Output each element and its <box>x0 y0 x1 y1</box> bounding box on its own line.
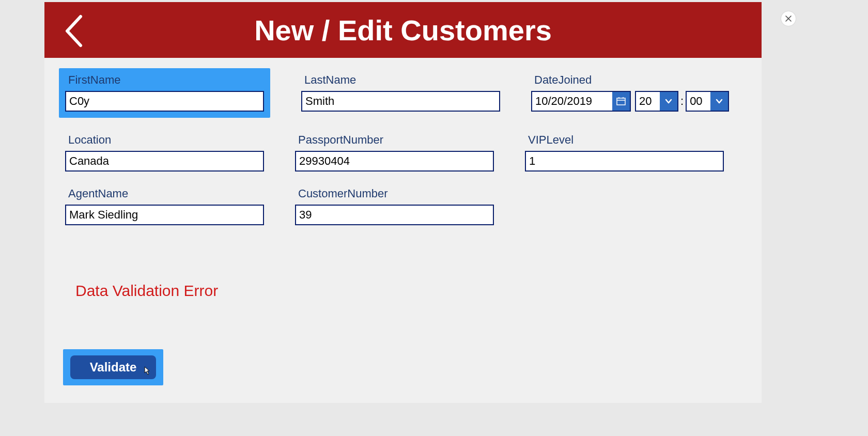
lastname-label: LastName <box>301 73 500 87</box>
agentname-field: AgentName <box>65 187 264 225</box>
location-label: Location <box>65 133 264 147</box>
passport-field: PassportNumber <box>295 133 494 172</box>
cursor-icon <box>142 366 151 377</box>
datejoined-label: DateJoined <box>531 73 729 87</box>
minute-chevron-down-icon[interactable] <box>710 92 728 111</box>
minute-picker <box>686 91 729 112</box>
firstname-field: FirstName <box>65 73 264 112</box>
location-input[interactable] <box>65 151 264 172</box>
viplevel-label: VIPLevel <box>525 133 724 147</box>
close-icon[interactable] <box>781 11 796 26</box>
firstname-highlight: FirstName <box>59 68 270 118</box>
hour-input[interactable] <box>636 92 660 111</box>
validation-error-text: Data Validation Error <box>75 282 741 300</box>
date-picker <box>531 91 631 112</box>
firstname-label: FirstName <box>65 73 264 87</box>
lastname-input[interactable] <box>301 91 500 112</box>
viplevel-input[interactable] <box>525 151 724 172</box>
hour-picker <box>635 91 678 112</box>
form-row-2: Location PassportNumber VIPLevel <box>65 133 741 172</box>
form-row-3: AgentName CustomerNumber <box>65 187 741 225</box>
agentname-label: AgentName <box>65 187 264 200</box>
viplevel-field: VIPLevel <box>525 133 724 172</box>
datejoined-field: DateJoined <box>531 73 729 118</box>
page-title: New / Edit Customers <box>254 13 552 47</box>
date-input[interactable] <box>532 92 612 111</box>
customernumber-input[interactable] <box>295 205 494 225</box>
firstname-input[interactable] <box>65 91 264 112</box>
hour-chevron-down-icon[interactable] <box>660 92 677 111</box>
time-separator: : <box>680 95 684 108</box>
form-area: FirstName LastName DateJoined <box>44 58 762 300</box>
lastname-field: LastName <box>301 73 500 118</box>
validate-button-label: Validate <box>90 360 137 374</box>
minute-input[interactable] <box>687 92 710 111</box>
location-field: Location <box>65 133 264 172</box>
page-root: New / Edit Customers FirstName LastName … <box>0 0 868 436</box>
form-panel: New / Edit Customers FirstName LastName … <box>44 2 762 403</box>
calendar-icon[interactable] <box>612 92 630 111</box>
back-arrow-icon[interactable] <box>63 13 84 49</box>
validate-highlight: Validate <box>63 349 163 385</box>
customernumber-field: CustomerNumber <box>295 187 494 225</box>
validate-button[interactable]: Validate <box>70 355 156 379</box>
svg-rect-0 <box>617 98 625 105</box>
customernumber-label: CustomerNumber <box>295 187 494 200</box>
form-row-1: FirstName LastName DateJoined <box>65 73 741 118</box>
header-bar: New / Edit Customers <box>44 2 762 58</box>
passport-input[interactable] <box>295 151 494 172</box>
passport-label: PassportNumber <box>295 133 494 147</box>
agentname-input[interactable] <box>65 205 264 225</box>
datejoined-composite: : <box>531 91 729 112</box>
